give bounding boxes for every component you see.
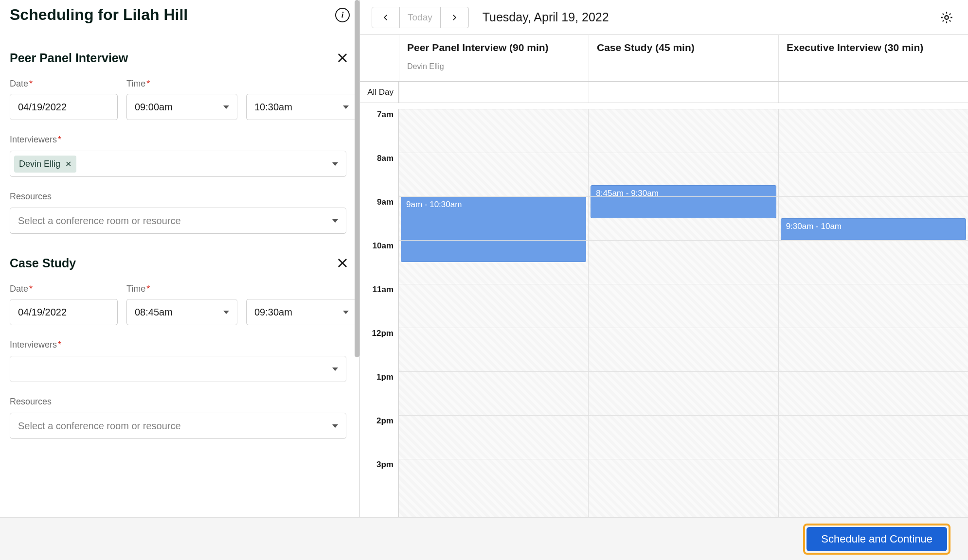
date-label: Date* <box>10 79 118 89</box>
close-icon[interactable] <box>335 256 350 270</box>
calendar-event[interactable]: 9am - 10:30am <box>401 196 586 262</box>
hour-label: 3pm <box>360 459 398 503</box>
column-header: Executive Interview (30 min) <box>778 35 968 81</box>
chevron-down-icon <box>332 368 338 371</box>
left-panel: Scheduling for Lilah Hill i Peer Panel I… <box>0 0 360 520</box>
interviewers-select[interactable]: Devin Ellig ✕ <box>10 151 346 177</box>
primary-button-highlight: Schedule and Continue <box>803 524 950 555</box>
all-day-cell[interactable] <box>778 82 968 103</box>
close-icon[interactable] <box>335 51 350 65</box>
chevron-down-icon <box>343 105 349 109</box>
footer: Schedule and Continue <box>0 517 968 560</box>
date-input[interactable]: 04/19/2022 <box>10 299 118 325</box>
all-day-label: All Day <box>360 82 399 103</box>
interviewers-label: Interviewers* <box>10 135 350 145</box>
next-day-button[interactable] <box>441 7 469 28</box>
interviewer-chip: Devin Ellig ✕ <box>14 156 76 173</box>
chevron-down-icon <box>332 219 338 223</box>
hour-label: 10am <box>360 240 398 284</box>
chevron-down-icon <box>343 311 349 314</box>
calendar-event[interactable]: 8:45am - 9:30am <box>591 185 776 218</box>
chevron-down-icon <box>223 105 229 109</box>
chevron-down-icon <box>223 311 229 314</box>
interviewers-label: Interviewers* <box>10 340 350 350</box>
calendar-date: Tuesday, April 19, 2022 <box>483 10 609 24</box>
section-case-study: Case Study Date* 04/19/2022 Time* 08:45a… <box>10 256 350 439</box>
chevron-down-icon <box>332 162 338 166</box>
time-start-select[interactable]: 09:00am <box>126 94 237 120</box>
all-day-cell[interactable] <box>399 82 589 103</box>
hour-label: 2pm <box>360 415 398 459</box>
column-header: Case Study (45 min) <box>589 35 778 81</box>
chevron-down-icon <box>332 424 338 428</box>
hour-label: 7am <box>360 109 398 153</box>
hour-label: 8am <box>360 153 398 196</box>
calendar-event[interactable]: 9:30am - 10am <box>781 218 966 240</box>
resources-select[interactable]: Select a conference room or resource <box>10 413 346 439</box>
column-header: Peer Panel Interview (90 min) Devin Elli… <box>399 35 589 81</box>
gear-icon[interactable] <box>940 11 953 24</box>
svg-point-0 <box>945 16 948 19</box>
time-gutter: 7am8am9am10am11am12pm1pm2pm3pm <box>360 109 399 520</box>
page-title: Scheduling for Lilah Hill <box>10 6 188 24</box>
prev-day-button[interactable] <box>372 7 400 28</box>
time-label: Time* <box>126 284 357 294</box>
resources-label: Resources <box>10 192 350 202</box>
date-label: Date* <box>10 284 118 294</box>
resources-select[interactable]: Select a conference room or resource <box>10 208 346 234</box>
time-end-select[interactable]: 09:30am <box>246 299 357 325</box>
hour-label: 1pm <box>360 371 398 415</box>
section-title: Peer Panel Interview <box>10 51 128 65</box>
date-input[interactable]: 04/19/2022 <box>10 94 118 120</box>
hour-label: 9am <box>360 196 398 240</box>
time-end-select[interactable]: 10:30am <box>246 94 357 120</box>
time-start-select[interactable]: 08:45am <box>126 299 237 325</box>
section-peer-panel: Peer Panel Interview Date* 04/19/2022 Ti… <box>10 51 350 234</box>
all-day-cell[interactable] <box>589 82 778 103</box>
hour-label: 11am <box>360 284 398 328</box>
hour-label: 12pm <box>360 328 398 371</box>
info-icon[interactable]: i <box>335 8 350 22</box>
chip-remove-icon[interactable]: ✕ <box>65 159 72 169</box>
section-title: Case Study <box>10 256 76 270</box>
calendar-panel: Today Tuesday, April 19, 2022 Peer Panel… <box>360 0 968 520</box>
schedule-continue-button[interactable]: Schedule and Continue <box>807 527 947 551</box>
resources-label: Resources <box>10 397 350 407</box>
interviewers-select[interactable] <box>10 356 346 382</box>
today-button[interactable]: Today <box>400 7 441 28</box>
time-label: Time* <box>126 79 357 89</box>
scrollbar[interactable] <box>355 0 359 357</box>
